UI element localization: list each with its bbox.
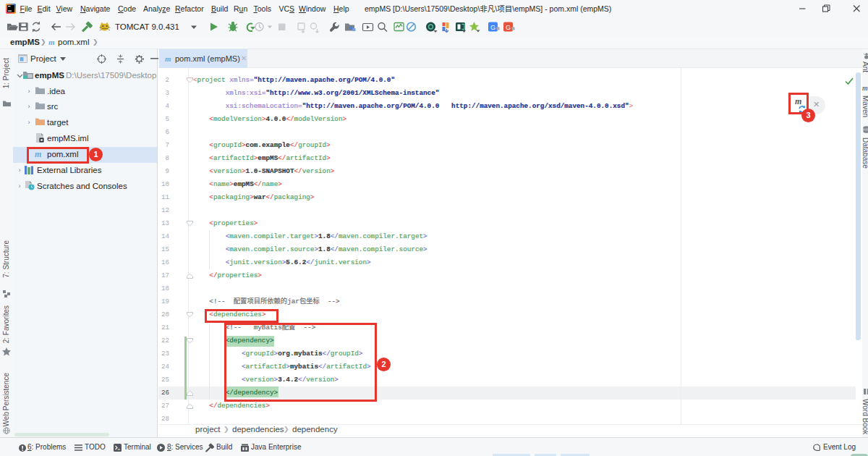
svg-text:G: G: [490, 24, 495, 31]
svg-text:G: G: [506, 24, 511, 31]
